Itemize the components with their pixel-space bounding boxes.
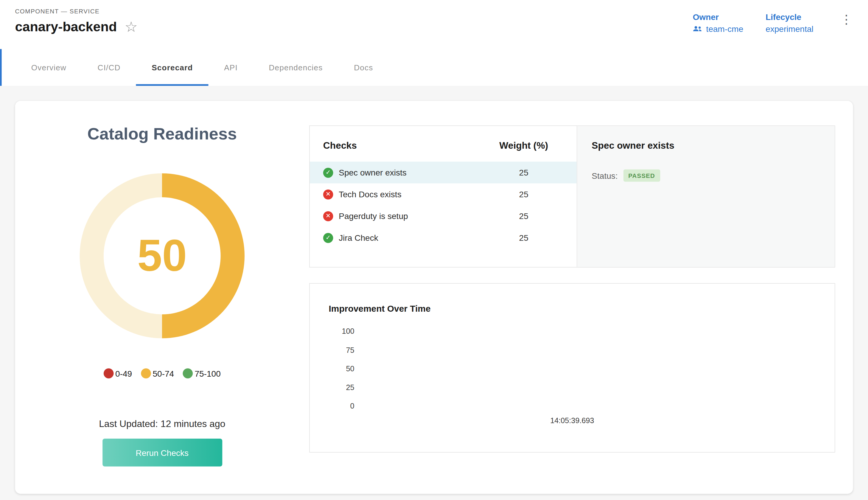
checks-table: Checks Weight (%) Spec owner exists 25 T… (310, 126, 577, 267)
tab-api[interactable]: API (209, 49, 253, 86)
legend-dot-yellow (141, 368, 151, 378)
entity-tabs: Overview CI/CD Scorecard API Dependencie… (0, 49, 868, 86)
lifecycle-value-text: experimental (765, 24, 813, 33)
chart-plot-area (355, 327, 816, 420)
owner-label[interactable]: Owner (693, 12, 743, 22)
score-legend: 0-49 50-74 75-100 (104, 368, 221, 378)
check-name: Tech Docs exists (339, 190, 482, 199)
checks-table-header: Checks Weight (%) (310, 140, 577, 161)
y-tick: 50 (329, 364, 355, 383)
page-title: canary-backend (15, 20, 117, 33)
check-row-spec-owner[interactable]: Spec owner exists 25 (310, 161, 577, 183)
lifecycle-label[interactable]: Lifecycle (765, 12, 813, 22)
lifecycle-block: Lifecycle experimental (765, 12, 813, 33)
check-row-jira[interactable]: Jira Check 25 (310, 227, 577, 249)
owner-block: Owner team-cme (693, 12, 743, 33)
legend-item-low: 0-49 (104, 368, 132, 378)
legend-label: 0-49 (115, 368, 132, 378)
check-passed-icon (323, 168, 333, 178)
readiness-donut: 50 (80, 173, 245, 339)
scorecard-title: Catalog Readiness (87, 125, 237, 142)
check-passed-icon (323, 233, 333, 243)
more-options-icon[interactable]: ⋮ (836, 12, 857, 27)
chart-title: Improvement Over Time (329, 304, 816, 314)
y-tick: 100 (329, 327, 355, 346)
owner-value: team-cme (706, 24, 743, 33)
owner-link[interactable]: team-cme (693, 24, 743, 33)
check-failed-icon (323, 211, 333, 221)
tab-cicd[interactable]: CI/CD (82, 49, 136, 86)
check-weight: 25 (482, 233, 566, 242)
check-row-pagerduty[interactable]: Pagerduty is setup 25 (310, 205, 577, 227)
legend-item-mid: 50-74 (141, 368, 174, 378)
y-tick: 0 (329, 402, 355, 421)
chart-y-axis: 100 75 50 25 0 (329, 327, 355, 420)
donut-hole: 50 (104, 197, 221, 314)
entity-heading: COMPONENT — SERVICE canary-backend ☆ (15, 8, 138, 34)
x-tick: 14:05:39.693 (550, 416, 594, 424)
check-status-row: Status: PASSED (592, 170, 820, 182)
status-label: Status: (592, 171, 617, 180)
favorite-star-icon[interactable]: ☆ (125, 19, 138, 34)
weight-column-header: Weight (%) (482, 140, 566, 151)
readiness-score: 50 (137, 234, 187, 278)
check-weight: 25 (482, 168, 566, 177)
improvement-chart-panel: Improvement Over Time 100 75 50 25 0 (309, 283, 835, 453)
check-weight: 25 (482, 211, 566, 221)
check-detail-title: Spec owner exists (592, 140, 820, 151)
entity-kind-breadcrumb: COMPONENT — SERVICE (15, 8, 138, 14)
y-tick: 25 (329, 383, 355, 402)
rerun-checks-button[interactable]: Rerun Checks (102, 439, 222, 467)
content-area: Catalog Readiness 50 0-49 50-7 (0, 86, 868, 500)
legend-item-high: 75-100 (183, 368, 221, 378)
tab-docs[interactable]: Docs (338, 49, 389, 86)
scorecard-card: Catalog Readiness 50 0-49 50-7 (15, 101, 853, 494)
scorecard-details: Checks Weight (%) Spec owner exists 25 T… (309, 101, 853, 494)
status-badge: PASSED (623, 170, 660, 182)
check-detail-panel: Spec owner exists Status: PASSED (577, 126, 835, 267)
check-row-tech-docs[interactable]: Tech Docs exists 25 (310, 183, 577, 205)
checks-column-header: Checks (323, 140, 357, 151)
check-name: Spec owner exists (339, 168, 482, 177)
tab-dependencies[interactable]: Dependencies (253, 49, 338, 86)
screen: COMPONENT — SERVICE canary-backend ☆ Own… (0, 0, 868, 500)
checks-panel: Checks Weight (%) Spec owner exists 25 T… (309, 125, 835, 268)
readiness-summary: Catalog Readiness 50 0-49 50-7 (15, 101, 310, 494)
legend-label: 50-74 (152, 368, 174, 378)
y-tick: 75 (329, 346, 355, 365)
legend-dot-red (104, 368, 114, 378)
tab-scorecard[interactable]: Scorecard (136, 49, 209, 86)
check-weight: 25 (482, 190, 566, 199)
team-icon (693, 25, 703, 32)
lifecycle-value: experimental (765, 24, 813, 33)
tab-overview[interactable]: Overview (15, 49, 82, 86)
check-failed-icon (323, 189, 333, 199)
legend-dot-green (183, 368, 193, 378)
entity-meta: Owner team-cme (693, 8, 857, 33)
check-name: Jira Check (339, 233, 482, 242)
page-header: COMPONENT — SERVICE canary-backend ☆ Own… (0, 0, 868, 49)
legend-label: 75-100 (195, 368, 220, 378)
check-name: Pagerduty is setup (339, 211, 482, 221)
last-updated-text: Last Updated: 12 minutes ago (99, 419, 225, 430)
chart-body: 100 75 50 25 0 (329, 327, 816, 420)
